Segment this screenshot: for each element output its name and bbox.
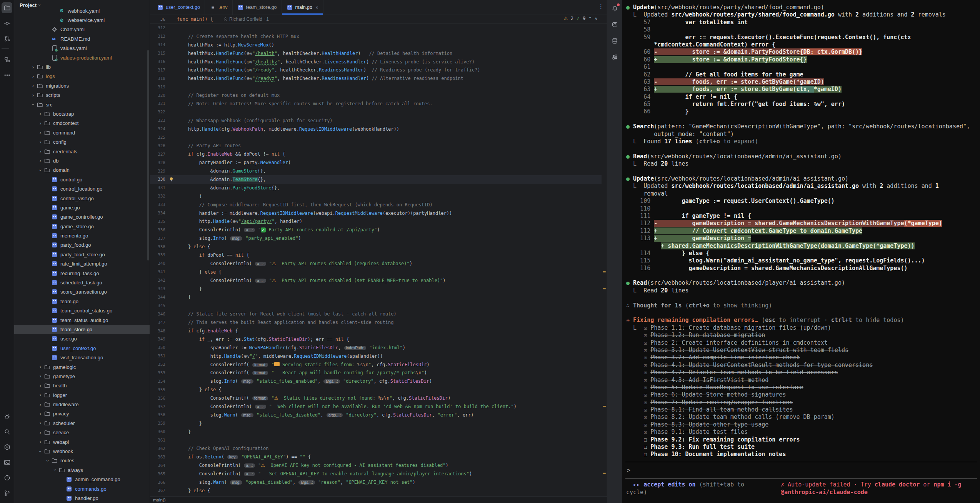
- git-branch-icon[interactable]: [2, 488, 12, 498]
- code-line[interactable]: 338 } else {: [150, 242, 602, 251]
- tree-item-lib[interactable]: ›lib: [14, 62, 150, 71]
- code-line[interactable]: 336 ConsolePrintln( a…: "✓ Party API rou…: [150, 226, 602, 234]
- code-line[interactable]: 349 if _, err := os.Stat(cfg.StaticFiles…: [150, 335, 602, 344]
- prev-problem-icon[interactable]: ^: [588, 16, 592, 21]
- code-line[interactable]: 345: [150, 301, 602, 310]
- code-line[interactable]: 353 ConsolePrintf( format: " React app w…: [150, 369, 602, 377]
- code-line[interactable]: 322: [150, 108, 602, 116]
- code-line[interactable]: 330 &domain.TeamStore{},: [150, 175, 602, 184]
- debug-icon[interactable]: [2, 411, 12, 422]
- editor-tab-team_store.go[interactable]: team_store.go: [233, 0, 282, 15]
- tree-item-team_store.go[interactable]: team_store.go: [14, 325, 150, 334]
- code-line[interactable]: 314 healthMux := http.NewServeMux(): [150, 41, 602, 49]
- chevron-right-icon[interactable]: ›: [37, 158, 44, 163]
- inspections-widget[interactable]: ⚠2 ✓9 ^ ∨: [564, 16, 598, 21]
- run-icon[interactable]: [2, 442, 12, 452]
- chevron-right-icon[interactable]: ›: [37, 392, 44, 398]
- code-line[interactable]: 350 spaHandler := NewSPAHandler(cfg.Stat…: [150, 344, 602, 352]
- tree-item-team_status_audit.go[interactable]: team_status_audit.go: [14, 315, 150, 325]
- terminal-icon[interactable]: [2, 457, 12, 468]
- overview-warning-mark[interactable]: [603, 473, 606, 474]
- code-line[interactable]: 333 // Compose middleware: RequestID fir…: [150, 201, 602, 209]
- code-line[interactable]: 342 ConsolePrintln( a…: "⚠ Party API rou…: [150, 276, 602, 285]
- tree-item-admin_command.go[interactable]: admin_command.go: [14, 475, 150, 484]
- chevron-right-icon[interactable]: ›: [30, 83, 37, 88]
- terminal-prompt[interactable]: >: [625, 467, 630, 474]
- tree-item-routes[interactable]: ›routes: [14, 456, 150, 465]
- overview-warning-mark[interactable]: [603, 406, 606, 407]
- code-line[interactable]: 348 if cfg.EnableWeb {: [150, 327, 602, 335]
- tree-item-bootstrap[interactable]: ›bootstrap: [14, 109, 150, 118]
- code-line[interactable]: 331 &domain.PartyFoodStore{},: [150, 184, 602, 192]
- code-line[interactable]: 325: [150, 133, 602, 142]
- code-line[interactable]: 328 partyHandler := party.NewHandler(: [150, 158, 602, 167]
- code-line[interactable]: 364 ConsolePrintln( a…: "⚠ OpenAI API ke…: [150, 461, 602, 470]
- chevron-down-icon[interactable]: ›: [30, 102, 37, 107]
- tree-item-config[interactable]: ›config: [14, 137, 150, 146]
- editor-tab-user_context.go[interactable]: user_context.go: [152, 0, 205, 15]
- code-area[interactable]: 312313 // Create separate health check H…: [150, 24, 602, 497]
- tree-item-logs[interactable]: ›logs: [14, 72, 150, 81]
- tree-item-user_context.go[interactable]: user_context.go: [14, 344, 150, 353]
- tree-item-commands.go[interactable]: commands.go: [14, 484, 150, 493]
- database-icon[interactable]: [610, 35, 620, 46]
- chevron-right-icon[interactable]: ›: [37, 111, 44, 116]
- overview-warning-mark[interactable]: [603, 288, 606, 289]
- chevron-right-icon[interactable]: ›: [37, 130, 44, 135]
- breadcrumb[interactable]: main(): [150, 496, 607, 503]
- code-line[interactable]: 340 ConsolePrintln( a…: "⚠ Party API rou…: [150, 259, 602, 268]
- tree-item-visit_transaction.go[interactable]: visit_transaction.go: [14, 353, 150, 362]
- tree-item-privacy[interactable]: ›privacy: [14, 409, 150, 418]
- code-line[interactable]: 315 healthMux.HandleFunc(⊕∨"/health", he…: [150, 49, 602, 58]
- tree-item-domain[interactable]: ›domain: [14, 166, 150, 175]
- tree-item-middleware[interactable]: ›middleware: [14, 400, 150, 409]
- code-line[interactable]: 319: [150, 83, 602, 91]
- chevron-right-icon[interactable]: ›: [30, 65, 37, 70]
- code-line[interactable]: 363 if os.Getenv( key: "OPENAI_API_KEY")…: [150, 453, 602, 461]
- tree-item-control.go[interactable]: control.go: [14, 175, 150, 184]
- tree-item-scheduled_task.go[interactable]: scheduled_task.go: [14, 278, 150, 287]
- breadcrumb-item[interactable]: main(): [153, 498, 166, 502]
- code-author-annotation[interactable]: Richard Corfield +1: [223, 17, 269, 22]
- code-line[interactable]: 326 // Party API routes: [150, 141, 602, 150]
- chevron-right-icon[interactable]: ›: [37, 383, 44, 388]
- code-line[interactable]: 352 ConsolePrintf( format: " Serving sta…: [150, 360, 602, 369]
- code-line[interactable]: 365 ConsolePrintln( a…: " Set OPENAI_API…: [150, 470, 602, 478]
- tree-item-game.go[interactable]: game.go: [14, 203, 150, 212]
- code-line[interactable]: 357 ConsolePrintln( a…: " Web client wil…: [150, 402, 602, 411]
- tree-item-src[interactable]: ›src: [14, 100, 150, 109]
- code-line[interactable]: 334 handler := middleware.RequestIDMiddl…: [150, 209, 602, 217]
- sticky-function-header[interactable]: 36 func main() { Richard Corfield +1: [150, 15, 607, 24]
- search-icon[interactable]: [2, 426, 12, 437]
- code-line[interactable]: 354 slog.Info( msg: "static_files_enable…: [150, 377, 602, 385]
- tree-item-score_transaction.go[interactable]: score_transaction.go: [14, 287, 150, 297]
- tree-item-gametype[interactable]: ›gametype: [14, 372, 150, 381]
- tree-item-gamelogic[interactable]: ›gamelogic: [14, 362, 150, 372]
- chevron-right-icon[interactable]: ›: [30, 74, 37, 79]
- ai-assistant-icon[interactable]: [610, 19, 620, 30]
- tree-item-db[interactable]: ›db: [14, 156, 150, 165]
- tree-item-game_controller.go[interactable]: game_controller.go: [14, 212, 150, 222]
- tree-item-control_location.go[interactable]: control_location.go: [14, 184, 150, 193]
- chevron-down-icon[interactable]: ›: [37, 449, 44, 454]
- tree-item-control_visit.go[interactable]: control_visit.go: [14, 194, 150, 203]
- chevron-right-icon[interactable]: ›: [37, 411, 44, 417]
- code-line[interactable]: 332 ): [150, 192, 602, 201]
- overview-warning-mark[interactable]: [603, 271, 606, 272]
- code-line[interactable]: 323 // WhatsApp webhook (configurable pa…: [150, 116, 602, 125]
- chevron-down-icon[interactable]: ›: [37, 168, 44, 173]
- tree-item-README.md[interactable]: M↓README.md: [14, 34, 150, 43]
- code-line[interactable]: 361: [150, 436, 602, 445]
- code-line[interactable]: 327 if cfg.EnableWeb && dbPool != nil {: [150, 150, 602, 158]
- code-line[interactable]: 339 if dbPool == nil {: [150, 251, 602, 259]
- project-folder-icon[interactable]: [2, 2, 12, 13]
- code-line[interactable]: 337 slog.Info( msg: "party_api_enabled"): [150, 234, 602, 242]
- notifications-bell-icon[interactable]: [610, 3, 620, 14]
- structure-icon[interactable]: [2, 54, 12, 65]
- chevron-right-icon[interactable]: ›: [37, 430, 44, 435]
- chevron-down-icon[interactable]: ›: [44, 458, 51, 463]
- accept-edits-status[interactable]: ▸▸ accept edits on (shift+tab tocycle): [626, 481, 744, 496]
- code-line[interactable]: 318 healthMux.HandleFunc(⊕∨"/readyz", he…: [150, 74, 602, 83]
- tree-item-always[interactable]: ›always: [14, 465, 150, 475]
- tree-item-webhook[interactable]: ›webhook: [14, 447, 150, 456]
